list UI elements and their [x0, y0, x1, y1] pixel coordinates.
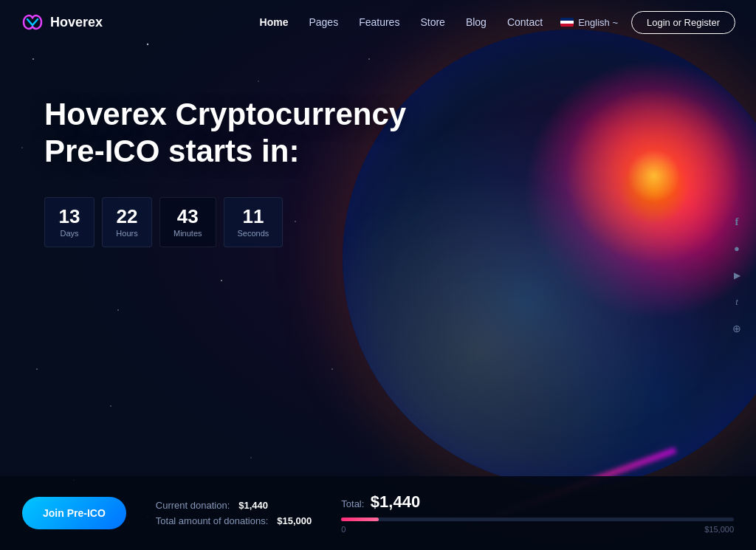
side-socials: f ● ▶ t ⊕ — [729, 215, 744, 336]
youtube-icon[interactable]: ▶ — [729, 268, 744, 283]
hero-content: Hoverex Cryptocurrency Pre-ICO starts in… — [44, 96, 406, 247]
current-donation-value: $1,440 — [238, 500, 268, 511]
location-icon[interactable]: ⊕ — [729, 321, 744, 336]
language-selector[interactable]: English ~ — [560, 17, 618, 28]
logo-icon — [21, 10, 44, 34]
hero-title-line2: Pre-ICO starts in: — [44, 134, 299, 168]
countdown-seconds: 11 Seconds — [224, 197, 284, 247]
total-donations-label: Total amount of donations: — [156, 515, 269, 526]
nav-pages[interactable]: Pages — [309, 16, 338, 28]
svg-point-7 — [36, 368, 38, 370]
nav-blog[interactable]: Blog — [466, 16, 487, 28]
progress-end-label: $15,000 — [704, 525, 734, 534]
minutes-label: Minutes — [173, 229, 202, 238]
join-preico-button[interactable]: Join Pre-ICO — [22, 497, 126, 529]
days-value: 13 — [58, 207, 80, 226]
nav-home[interactable]: Home — [260, 16, 289, 28]
navbar: Hoverex Home Pages Features Store Blog C… — [0, 0, 756, 44]
minutes-value: 43 — [173, 207, 202, 226]
seconds-label: Seconds — [238, 229, 269, 238]
current-donation-label: Current donation: — [156, 500, 230, 511]
hero-title-line1: Hoverex Cryptocurrency — [44, 97, 406, 131]
auth-button[interactable]: Login or Register — [631, 11, 735, 34]
svg-point-0 — [32, 58, 34, 60]
countdown-minutes: 43 Minutes — [159, 197, 216, 247]
nav-features[interactable]: Features — [359, 16, 399, 28]
twitter-icon[interactable]: t — [729, 295, 744, 309]
circle-icon[interactable]: ● — [729, 241, 744, 256]
total-donations-row: Total amount of donations: $15,000 — [156, 515, 312, 526]
hours-value: 22 — [116, 207, 138, 226]
svg-point-11 — [21, 147, 22, 148]
total-amount: $1,440 — [371, 492, 420, 511]
logo-text: Hoverex — [50, 15, 103, 30]
progress-start-label: 0 — [341, 525, 346, 534]
svg-point-10 — [110, 405, 111, 407]
progress-section: Total: $1,440 0 $15,000 — [341, 492, 734, 534]
hero-title: Hoverex Cryptocurrency Pre-ICO starts in… — [44, 96, 406, 171]
bottom-bar: Join Pre-ICO Current donation: $1,440 To… — [0, 476, 756, 550]
logo[interactable]: Hoverex — [21, 10, 103, 34]
facebook-icon[interactable]: f — [729, 215, 744, 230]
svg-point-5 — [117, 309, 119, 311]
countdown-timer: 13 Days 22 Hours 43 Minutes 11 Seconds — [44, 197, 406, 247]
nav-contact[interactable]: Contact — [507, 16, 543, 28]
svg-point-18 — [250, 457, 251, 458]
flag-icon — [560, 18, 574, 27]
language-label: English ~ — [578, 17, 618, 28]
svg-point-19 — [331, 368, 333, 370]
donation-info: Current donation: $1,440 Total amount of… — [156, 500, 312, 526]
progress-bar-container — [341, 518, 734, 521]
nav-links: Home Pages Features Store Blog Contact — [260, 16, 543, 28]
svg-point-3 — [258, 80, 258, 81]
total-donations-value: $15,000 — [277, 515, 312, 526]
hours-label: Hours — [116, 229, 138, 238]
current-donation-row: Current donation: $1,440 — [156, 500, 312, 511]
countdown-hours: 22 Hours — [102, 197, 152, 247]
progress-labels: 0 $15,000 — [341, 525, 734, 534]
progress-bar-fill — [341, 518, 379, 521]
svg-point-6 — [221, 280, 222, 281]
seconds-value: 11 — [238, 207, 269, 226]
total-prefix: Total: — [341, 498, 364, 509]
nav-store[interactable]: Store — [420, 16, 444, 28]
countdown-days: 13 Days — [44, 197, 94, 247]
days-label: Days — [58, 229, 80, 238]
